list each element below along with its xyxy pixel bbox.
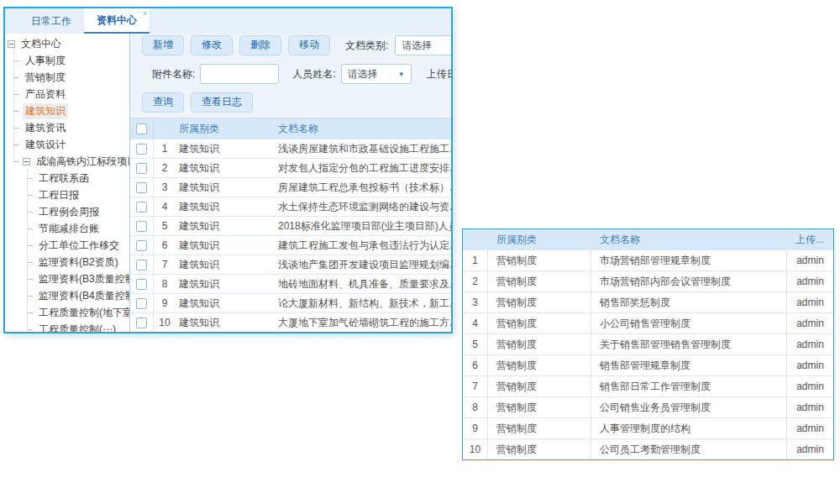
row-checkbox[interactable]	[136, 279, 147, 290]
doc-category-cell: 建筑知识	[176, 200, 275, 214]
table-row: 2建筑知识对发包人指定分包的工程施工进度安排...	[130, 159, 451, 178]
category-header: 所属别类	[176, 122, 275, 136]
collapse-icon[interactable]	[23, 158, 30, 165]
uploader-header: 上传...	[787, 229, 833, 249]
upload-date-label: 上传日期	[427, 67, 451, 81]
collapse-icon[interactable]	[8, 40, 15, 48]
document-table: 所属别类 文档名称 1建筑知识浅谈房屋建筑和市政基础设施工程施工...2建筑知识…	[130, 118, 451, 332]
doc-name-header: 文档名称	[275, 122, 451, 136]
tree-item[interactable]: 文档中心	[5, 35, 129, 52]
row-index: 2	[154, 162, 176, 174]
row-checkbox[interactable]	[136, 240, 147, 251]
table-row: 4营销制度小公司销售管理制度admin	[463, 312, 833, 333]
tab-daily-work[interactable]: 日常工作	[18, 8, 84, 34]
tree-item[interactable]: 成渝高铁内江标段项目	[5, 153, 129, 170]
tree-item-label: 工程质量控制(⋯)	[36, 322, 118, 333]
tree-connector	[27, 178, 33, 179]
uploader-cell: admin	[787, 355, 833, 375]
row-checkbox[interactable]	[136, 260, 147, 270]
doc-name-cell: 建筑工程施工发包与承包违法行为认定...	[275, 239, 451, 253]
doc-category-cell: 营销制度	[488, 376, 591, 396]
row-checkbox[interactable]	[136, 298, 147, 309]
doc-name-cell: 小公司销售管理制度	[591, 313, 787, 333]
row-checkbox[interactable]	[136, 182, 147, 193]
tree-item-label: 监理资料(B2资质)	[36, 255, 121, 270]
doc-name-cell: 房屋建筑工程总承包投标书（技术标）...	[275, 181, 451, 195]
add-button[interactable]: 新增	[142, 35, 184, 55]
tree-item[interactable]: 节能减排台账	[5, 220, 129, 237]
tree-item[interactable]: 工程联系函	[5, 170, 129, 186]
person-name-select[interactable]: 请选择 ▼	[341, 64, 412, 84]
row-index: 8	[154, 278, 176, 290]
doc-name-cell: 大厦地下室加气砼墙砌筑工程的施工方...	[275, 316, 451, 330]
view-log-button[interactable]: 查看日志	[191, 92, 253, 112]
doc-name-cell: 浅谈地产集团开发建设项目监理规划编...	[275, 258, 451, 272]
checkbox-cell	[130, 197, 154, 216]
edit-button[interactable]: 修改	[191, 35, 233, 55]
uploader-cell: admin	[787, 439, 833, 459]
tree-connector	[27, 329, 33, 330]
select-all-checkbox[interactable]	[136, 123, 147, 134]
action-row: 查询 查看日志	[142, 92, 451, 113]
doc-category-select[interactable]: 请选择 ▼	[395, 35, 451, 55]
tree-item[interactable]: 产品资料	[5, 86, 129, 102]
tree-item[interactable]: 监理资料(B3质量控制)	[5, 270, 129, 287]
row-checkbox[interactable]	[136, 221, 147, 232]
attachment-name-input[interactable]	[200, 64, 279, 84]
tree-item-label: 营销制度	[23, 70, 68, 86]
row-checkbox[interactable]	[136, 163, 147, 174]
tree-item[interactable]: 建筑设计	[5, 136, 129, 153]
tab-data-center-label: 资料中心	[97, 13, 137, 28]
tree-item[interactable]: 营销制度	[5, 69, 129, 86]
row-checkbox[interactable]	[136, 202, 147, 213]
tree-item[interactable]: 分工单位工作移交	[5, 237, 129, 254]
tree-connector	[27, 228, 33, 229]
doc-category-cell: 营销制度	[488, 313, 591, 333]
tree-item[interactable]: 工程例会周报	[5, 203, 129, 220]
tree-connector	[27, 212, 33, 213]
doc-name-cell: 水土保持生态环境监测网络的建设与资...	[275, 200, 451, 214]
marketing-table-body: 1营销制度市场营销部管理规章制度admin2营销制度市场营销部内部会议管理制度a…	[463, 249, 833, 459]
tree-item[interactable]: 工程质量控制(⋯)	[5, 321, 129, 332]
doc-name-cell: 公司销售业务员管理制度	[591, 397, 787, 417]
tree-item-label: 建筑知识	[23, 103, 68, 119]
row-checkbox[interactable]	[136, 144, 147, 155]
tree-item-label: 节能减排台账	[36, 221, 102, 237]
delete-button[interactable]: 删除	[239, 35, 281, 55]
doc-name-cell: 对发包人指定分包的工程施工进度安排...	[275, 161, 451, 176]
doc-category-cell: 营销制度	[488, 355, 591, 375]
caret-down-icon: ▼	[398, 71, 405, 78]
person-name-select-value: 请选择	[348, 67, 378, 81]
table-row: 10建筑知识大厦地下室加气砼墙砌筑工程的施工方...	[130, 313, 451, 332]
tree-item[interactable]: 监理资料(B2资质)	[5, 254, 129, 270]
doc-category-select-value: 请选择	[402, 39, 432, 53]
tree-item[interactable]: 建筑知识	[5, 102, 129, 119]
doc-name-cell: 市场营销部管理规章制度	[591, 250, 787, 270]
row-index: 3	[463, 292, 488, 312]
tree-item[interactable]: 监理资料(B4质量控制)	[5, 287, 129, 304]
checkbox-cell	[130, 178, 154, 197]
doc-name-cell: 公司员工考勤管理制度	[591, 439, 787, 459]
row-index: 10	[154, 317, 176, 328]
table-row: 2营销制度市场营销部内部会议管理制度admin	[463, 270, 833, 291]
tree-item-label: 工程日报	[36, 187, 81, 203]
tree-item-label: 建筑资讯	[23, 120, 68, 136]
tree-item[interactable]: 人事制度	[5, 52, 129, 69]
move-button[interactable]: 移动	[288, 35, 330, 55]
table-row: 8营销制度公司销售业务员管理制度admin	[463, 396, 833, 417]
row-checkbox[interactable]	[136, 318, 147, 328]
document-table-body: 1建筑知识浅谈房屋建筑和市政基础设施工程施工...2建筑知识对发包人指定分包的工…	[130, 139, 451, 332]
tree-item[interactable]: 建筑资讯	[5, 119, 129, 136]
table-row: 10营销制度公司员工考勤管理制度admin	[463, 438, 833, 459]
query-button[interactable]: 查询	[142, 92, 184, 112]
checkbox-cell	[130, 275, 154, 293]
doc-name-cell: 地砖地面材料、机具准备、质量要求及...	[275, 277, 451, 291]
tree-item[interactable]: 工程质量控制(地下室)	[5, 304, 129, 321]
table-row: 5建筑知识2018标准化监理项目部(业主项目部)人员...	[130, 217, 451, 236]
close-icon[interactable]: ×	[143, 9, 147, 18]
doc-category-cell: 建筑知识	[176, 277, 275, 291]
tree-item[interactable]: 工程日报	[5, 186, 129, 203]
tree-connector	[27, 312, 33, 313]
tab-data-center[interactable]: 资料中心 ×	[84, 8, 150, 34]
doc-name-cell: 2018标准化监理项目部(业主项目部)人员...	[275, 219, 451, 234]
